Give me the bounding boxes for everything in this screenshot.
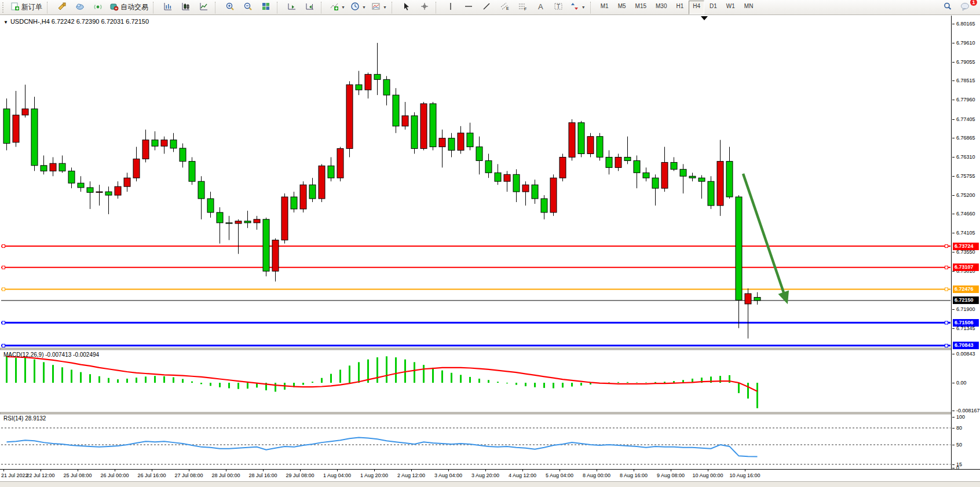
- axis-tick: [952, 445, 955, 445]
- timeframe-W1[interactable]: W1: [722, 1, 739, 14]
- time-tick: [560, 470, 560, 471]
- price-tick-label: 6.77960: [956, 97, 975, 102]
- tile-windows-button[interactable]: [257, 1, 275, 14]
- timeframe-H1[interactable]: H1: [672, 1, 688, 14]
- axis-tick: [952, 464, 955, 465]
- candle-body: [430, 104, 436, 147]
- candle-body: [217, 213, 223, 223]
- axis-tick: [952, 468, 955, 468]
- candle-body: [59, 163, 65, 171]
- vertical-line-button[interactable]: [442, 1, 459, 14]
- autotrade-button[interactable]: 自动交易: [107, 1, 151, 14]
- axis-tick: [952, 417, 955, 418]
- candle-body: [578, 123, 584, 154]
- hline-handle[interactable]: [2, 288, 5, 291]
- time-tick: [485, 470, 486, 471]
- hline-handle[interactable]: [945, 245, 948, 248]
- auto-scroll-button[interactable]: [283, 1, 301, 14]
- hline-handle[interactable]: [2, 321, 5, 324]
- toolbar-separator: [590, 2, 594, 13]
- hline-handle[interactable]: [945, 288, 948, 291]
- arrows-button[interactable]: ▼: [568, 1, 588, 14]
- time-tick: [448, 470, 449, 471]
- price-axis[interactable]: 6.801656.796106.790556.785156.779606.774…: [952, 16, 980, 481]
- chart-canvas[interactable]: [0, 16, 952, 469]
- axis-tick: [952, 214, 955, 214]
- time-tick-label: 21 Jul 2022: [1, 473, 28, 478]
- horizontal-line-icon: [464, 2, 473, 13]
- new-order-button[interactable]: 新订单: [8, 1, 45, 14]
- time-tick-label: 29 Jul 08:00: [286, 473, 314, 478]
- styler-button[interactable]: [53, 1, 71, 14]
- axis-tick: [952, 428, 955, 429]
- zoom-out-button[interactable]: [239, 1, 257, 14]
- periods-button[interactable]: ▼: [348, 1, 368, 14]
- candle-body: [356, 85, 362, 90]
- axis-tick: [952, 157, 955, 158]
- svg-text:A: A: [538, 2, 543, 11]
- sep-macd-rsi[interactable]: [0, 412, 952, 414]
- timeframe-MN[interactable]: MN: [740, 1, 758, 14]
- time-tick-label: 28 Jul 00:00: [211, 473, 240, 478]
- text-button[interactable]: A: [532, 1, 549, 14]
- price-line-label: 6.71506: [953, 319, 979, 327]
- timeframe-M5[interactable]: M5: [614, 1, 630, 14]
- hline-handle[interactable]: [2, 344, 5, 347]
- symbol-dropdown-icon[interactable]: ▼: [3, 20, 8, 25]
- bar-chart-icon: [163, 2, 173, 13]
- timeframe-D1[interactable]: D1: [705, 1, 721, 14]
- timeframe-H4[interactable]: H4: [689, 1, 704, 14]
- price-tick-label: 6.80165: [956, 21, 975, 27]
- time-tick-label: 4 Aug 12:00: [509, 473, 536, 478]
- chart-title: ▼USDCNH-,H4 6.72242 6.72390 6.72031 6.72…: [3, 18, 149, 25]
- signals-button[interactable]: [89, 1, 107, 14]
- timeframe-M30[interactable]: M30: [652, 1, 671, 14]
- sep-main-macd[interactable]: [0, 348, 952, 350]
- rsi-scale-label: 100: [956, 414, 965, 420]
- candle-body: [41, 166, 47, 171]
- candle-body: [3, 109, 10, 144]
- cursor-button[interactable]: [398, 1, 415, 14]
- channel-button[interactable]: E: [496, 1, 513, 14]
- horizontal-line-button[interactable]: [460, 1, 477, 14]
- axis-tick: [952, 119, 955, 120]
- axis-tick: [952, 309, 955, 310]
- toolbar-grip[interactable]: [2, 2, 6, 13]
- time-tick-label: 27 Jul 08:00: [174, 473, 203, 478]
- chart-shift-button[interactable]: [301, 1, 319, 14]
- candle-body: [124, 178, 130, 186]
- terminal-button[interactable]: [71, 1, 89, 14]
- templates-button[interactable]: ▼: [369, 1, 389, 14]
- chart-area[interactable]: ▼USDCNH-,H4 6.72242 6.72390 6.72031 6.72…: [0, 16, 952, 469]
- candlestick-chart-button[interactable]: [177, 1, 195, 14]
- time-axis[interactable]: 21 Jul 202222 Jul 12:0025 Jul 08:0026 Ju…: [0, 469, 980, 482]
- timeframe-M15[interactable]: M15: [631, 1, 650, 14]
- candle-body: [13, 115, 19, 142]
- price-tick-label: 6.74105: [956, 230, 975, 236]
- time-tick: [745, 470, 745, 471]
- bar-chart-button[interactable]: [159, 1, 177, 14]
- fibonacci-button[interactable]: F: [514, 1, 531, 14]
- search-icon: [943, 2, 952, 13]
- hline-handle[interactable]: [945, 266, 948, 269]
- indicators-button[interactable]: ▼: [327, 1, 348, 14]
- trendline-button[interactable]: [478, 1, 495, 14]
- chat-button[interactable]: 1: [957, 1, 974, 14]
- hline-handle[interactable]: [2, 266, 5, 269]
- line-chart-button[interactable]: [195, 1, 213, 14]
- timeframe-M1[interactable]: M1: [597, 1, 613, 14]
- crosshair-button[interactable]: [416, 1, 433, 14]
- time-tick: [522, 470, 523, 471]
- time-tick-label: 10 Aug 00:00: [692, 473, 723, 478]
- zoom-in-button[interactable]: [221, 1, 239, 14]
- time-tick-label: 8 Aug 00:00: [583, 473, 610, 478]
- candle-body: [420, 104, 427, 149]
- hline-handle[interactable]: [945, 321, 948, 324]
- text-label-button[interactable]: T: [550, 1, 567, 14]
- equidistant-channel-icon: E: [500, 2, 509, 13]
- hline-handle[interactable]: [2, 245, 5, 248]
- search-button[interactable]: [939, 1, 956, 14]
- candle-body: [606, 157, 612, 167]
- hline-handle[interactable]: [945, 344, 948, 347]
- svg-text:T: T: [557, 3, 560, 10]
